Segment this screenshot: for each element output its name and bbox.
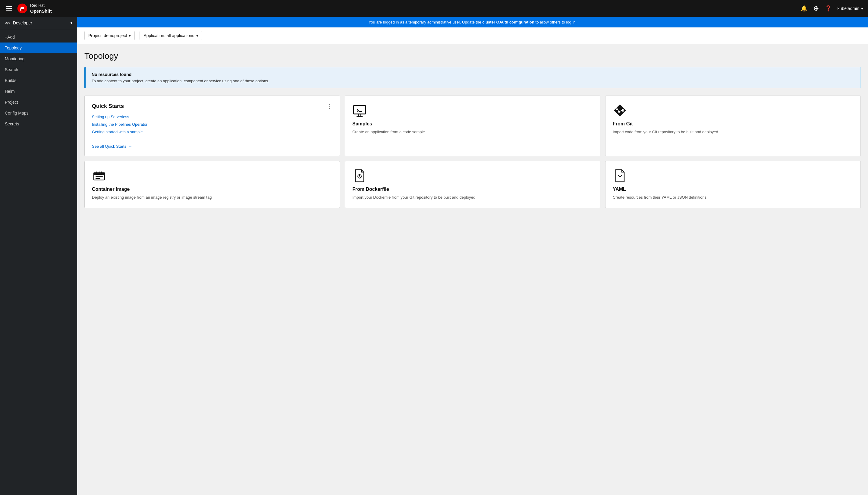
from-git-card-name: From Git bbox=[613, 121, 853, 126]
warning-banner: You are logged in as a temporary adminis… bbox=[77, 17, 868, 28]
from-git-card[interactable]: From Git Import code from your Git repos… bbox=[605, 96, 861, 156]
top-navigation: Red Hat OpenShift 🔔 ⊕ ❓ kube:admin ▾ bbox=[0, 0, 868, 17]
yaml-icon bbox=[613, 169, 627, 183]
container-image-icon bbox=[92, 169, 106, 183]
svg-rect-14 bbox=[96, 178, 100, 179]
sidebar-item-builds[interactable]: Builds bbox=[0, 75, 77, 86]
cards-grid: Quick Starts ⋮ Setting up Serverless Ins… bbox=[84, 96, 861, 208]
svg-rect-1 bbox=[353, 105, 366, 114]
add-icon[interactable]: ⊕ bbox=[813, 4, 819, 12]
yaml-card-desc: Create resources from their YAML or JSON… bbox=[613, 194, 853, 201]
user-name: kube:admin bbox=[837, 6, 859, 11]
brand: Red Hat OpenShift bbox=[17, 3, 52, 14]
perspective-label: Developer bbox=[13, 20, 32, 25]
alert-body: To add content to your project, create a… bbox=[92, 79, 854, 83]
toolbar: Project: demoproject ▾ Application: all … bbox=[77, 28, 868, 44]
no-resources-alert: No resources found To add content to you… bbox=[84, 67, 861, 88]
sidebar-item-secrets[interactable]: Secrets bbox=[0, 118, 77, 129]
app-selector[interactable]: Application: all applications ▾ bbox=[140, 31, 202, 40]
container-image-card[interactable]: Container Image Deploy an existing image… bbox=[84, 161, 340, 208]
samples-icon bbox=[352, 103, 367, 118]
quickstarts-kebab-menu[interactable]: ⋮ bbox=[327, 103, 332, 110]
see-all-quickstarts-link[interactable]: See all Quick Starts → bbox=[92, 144, 332, 149]
user-menu-chevron-icon: ▾ bbox=[861, 6, 863, 11]
samples-card[interactable]: Samples Create an application from a cod… bbox=[345, 96, 601, 156]
help-icon[interactable]: ❓ bbox=[825, 5, 832, 12]
perspective-switcher[interactable]: </> Developer ▾ bbox=[0, 17, 77, 29]
container-image-card-name: Container Image bbox=[92, 187, 332, 192]
sidebar-item-monitoring[interactable]: Monitoring bbox=[0, 53, 77, 64]
sidebar-item-search[interactable]: Search bbox=[0, 64, 77, 75]
user-menu[interactable]: kube:admin ▾ bbox=[837, 6, 863, 11]
sidebar-item-configmaps[interactable]: Config Maps bbox=[0, 108, 77, 118]
sidebar-item-helm[interactable]: Helm bbox=[0, 86, 77, 97]
yaml-card[interactable]: YAML Create resources from their YAML or… bbox=[605, 161, 861, 208]
quickstart-link-sample[interactable]: Getting started with a sample bbox=[92, 130, 332, 134]
sidebar-item-project[interactable]: Project bbox=[0, 97, 77, 108]
from-dockerfile-card[interactable]: From Dockerfile Import your Dockerfile f… bbox=[345, 161, 601, 208]
from-dockerfile-card-desc: Import your Dockerfile from your Git rep… bbox=[352, 194, 593, 201]
sidebar-item-add[interactable]: +Add bbox=[0, 32, 77, 42]
project-chevron-icon: ▾ bbox=[129, 33, 131, 38]
quickstart-link-serverless[interactable]: Setting up Serverless bbox=[92, 115, 332, 119]
project-selector[interactable]: Project: demoproject ▾ bbox=[84, 31, 135, 40]
sidebar-nav: +Add Topology Monitoring Search Builds H… bbox=[0, 29, 77, 132]
brand-text: Red Hat OpenShift bbox=[30, 3, 52, 14]
sidebar: </> Developer ▾ +Add Topology Monitoring… bbox=[0, 17, 77, 495]
perspective-icon: </> bbox=[5, 21, 11, 25]
sidebar-item-topology[interactable]: Topology bbox=[0, 42, 77, 53]
redhat-logo-icon bbox=[17, 3, 28, 14]
page-content: Topology No resources found To add conte… bbox=[77, 44, 868, 495]
quickstarts-card[interactable]: Quick Starts ⋮ Setting up Serverless Ins… bbox=[84, 96, 340, 156]
quickstarts-card-title: Quick Starts bbox=[92, 103, 124, 109]
from-git-card-desc: Import code from your Git repository to … bbox=[613, 129, 853, 135]
quickstart-links: Setting up Serverless Installing the Pip… bbox=[92, 115, 332, 134]
notifications-icon[interactable]: 🔔 bbox=[801, 5, 808, 12]
hamburger-menu[interactable] bbox=[5, 5, 13, 12]
main-content: You are logged in as a temporary adminis… bbox=[77, 17, 868, 495]
git-icon bbox=[613, 103, 627, 118]
container-image-card-desc: Deploy an existing image from an image r… bbox=[92, 194, 332, 201]
oauth-config-link[interactable]: cluster OAuth configuration bbox=[482, 20, 534, 24]
perspective-chevron-icon: ▾ bbox=[71, 21, 72, 25]
yaml-card-name: YAML bbox=[613, 187, 853, 192]
app-chevron-icon: ▾ bbox=[196, 33, 198, 38]
arrow-right-icon: → bbox=[128, 144, 132, 149]
from-dockerfile-card-name: From Dockerfile bbox=[352, 187, 593, 192]
alert-title: No resources found bbox=[92, 72, 854, 77]
samples-card-name: Samples bbox=[352, 121, 593, 126]
dockerfile-icon bbox=[352, 169, 367, 183]
samples-card-desc: Create an application from a code sample bbox=[352, 129, 593, 135]
page-title: Topology bbox=[84, 51, 861, 61]
svg-rect-13 bbox=[96, 176, 103, 177]
quickstart-link-pipelines[interactable]: Installing the Pipelines Operator bbox=[92, 122, 332, 126]
